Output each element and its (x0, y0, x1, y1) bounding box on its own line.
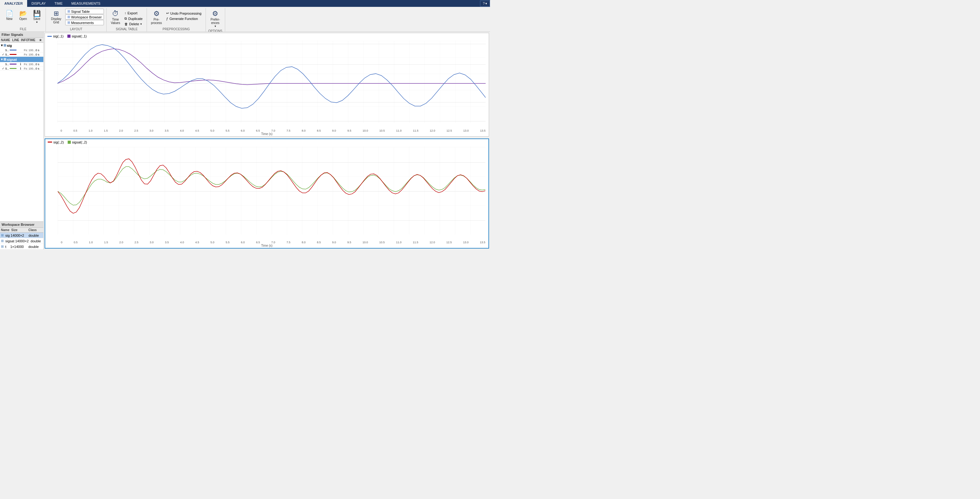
x2-tick-13: 13.0 (463, 241, 469, 244)
ws-class-header: Class (29, 228, 43, 232)
export-icon: ↑ (124, 11, 126, 15)
sigsat1-color (9, 64, 18, 65)
chart1-sig-color (48, 36, 52, 37)
chart2-legend: sig(:,2) sigsat(:,2) (45, 139, 488, 145)
save-button[interactable]: 💾 Save ▾ (30, 9, 43, 25)
measurements-icon: ⊞ (67, 21, 70, 25)
sigsat2-row[interactable]: ✓ sigsat(:,2) ℹ Fs: 100... 0 s (0, 67, 43, 71)
x2-tick-75: 7.5 (286, 241, 291, 244)
sig2-name: sig(:,2) (5, 53, 9, 56)
sig1-time: 0 s (35, 49, 43, 52)
filter-signals-header: Filter Signals (0, 32, 43, 38)
open-button[interactable]: 📂 Open (17, 9, 29, 22)
sigsat-group-label: sigsat (7, 58, 17, 62)
x2-tick-4: 4.0 (180, 241, 184, 244)
x-tick-11: 11.0 (396, 129, 402, 132)
signal-table-button[interactable]: ⊞ Signal Table (65, 9, 104, 14)
sigsat2-info[interactable]: ℹ (18, 67, 24, 70)
x2-tick-7: 7.0 (271, 241, 275, 244)
sigsat-group-row[interactable]: ▾ ⊞ sigsat (0, 57, 43, 62)
sig2-row[interactable]: ✓ sig(:,2) Fs: 100... 0 s (0, 52, 43, 57)
x2-tick-2: 2.0 (119, 241, 123, 244)
duplicate-label: Duplicate (128, 17, 143, 21)
sigsat2-fs: Fs: 100... (24, 67, 35, 70)
x2-tick-135: 13.5 (480, 241, 485, 244)
col-name-header: NAME (0, 38, 11, 43)
x2-tick-95: 9.5 (347, 241, 351, 244)
signal-table-group-label: SIGNAL TABLE (116, 27, 138, 31)
save-dropdown: ▾ (36, 21, 38, 24)
chart1-container[interactable]: sig(:,1) sigsat(:,1) (45, 33, 489, 137)
generate-function-icon: ƒ (166, 17, 168, 21)
generate-function-label: Generate Function (169, 17, 198, 21)
sig-group-row[interactable]: ▾ ⊞ sig (0, 43, 43, 48)
x-tick-55: 5.5 (226, 129, 229, 132)
display-grid-button[interactable]: ⊞ DisplayGrid (48, 9, 64, 25)
ws-sig-row[interactable]: ⊞ sig 14000×2 double (0, 233, 43, 238)
left-panel: Filter Signals NAME LINE INFO TIME ★ ▾ ⊞… (0, 32, 44, 249)
tab-display[interactable]: DISPLAY (27, 0, 50, 7)
ribbon-group-preprocessing: ⚙ Pre-process ↩ Undo Preprocessing ƒ Gen… (147, 8, 206, 32)
signal-table-actions: ↑ Export ⧉ Duplicate 🗑 Delete ▾ (123, 11, 144, 27)
sig2-fs: Fs: 100... (24, 53, 35, 56)
preprocess-button[interactable]: ⚙ Pre-process (150, 9, 164, 25)
tab-time[interactable]: TIME (50, 0, 67, 7)
x2-tick-9: 9.0 (332, 241, 336, 244)
x2-tick-5: 5.0 (210, 241, 215, 244)
ws-t-row[interactable]: ⊞ t 1×14000 double (0, 244, 43, 249)
sig1-color (9, 49, 18, 51)
chart2-container[interactable]: sig(:,2) sigsat(:,2) 0 (45, 138, 489, 249)
sigsat2-color-line (10, 68, 16, 69)
ws-sigsat-row[interactable]: ⊞ sigsat 14000×2 double (0, 238, 43, 244)
ws-name-header: Name (1, 228, 11, 232)
chart1-legend-sigsat: sigsat(:,1) (67, 34, 87, 38)
measurements-button[interactable]: ⊞ Measurements (65, 20, 104, 25)
sigsat1-color-line (10, 64, 16, 65)
chart2-svg-wrapper[interactable]: 0.5 0 -0.5 (45, 145, 488, 241)
chart1-sig-label: sig(:,1) (53, 34, 64, 38)
new-button[interactable]: 📄 New (3, 9, 16, 22)
x2-tick-12: 12.0 (430, 241, 435, 244)
x-tick-3: 3.0 (150, 129, 153, 132)
generate-function-button[interactable]: ƒ Generate Function (165, 16, 203, 21)
chart1-legend: sig(:,1) sigsat(:,1) (45, 33, 489, 39)
chart1-svg-wrapper[interactable]: 1.0 0.5 0 -0.5 -1.0 (45, 39, 489, 129)
chart2-sig-label: sig(:,2) (53, 140, 64, 144)
sigsat1-row[interactable]: sigsat(:,1) ℹ Fs: 100... 0 s (0, 62, 43, 67)
x-tick-115: 11.5 (413, 129, 418, 132)
col-star-header: ★ (37, 38, 43, 43)
tab-measurements[interactable]: MEASUREMENTS (67, 0, 105, 7)
preferences-button[interactable]: ⚙ Prefer-ences ▾ (209, 9, 222, 29)
sig2-checkbox[interactable]: ✓ (1, 53, 5, 56)
chart2-sig-color (48, 141, 52, 143)
workspace-browser-button[interactable]: ⊞ Workspace Browser (65, 14, 104, 20)
sig1-row[interactable]: sig(:,1) Fs: 100... 0 s (0, 48, 43, 52)
open-label: Open (19, 17, 27, 21)
workspace-table: Name Size Class ⊞ sig 14000×2 double ⊞ s… (0, 228, 43, 249)
sig1-color-line (10, 49, 16, 51)
export-button[interactable]: ↑ Export (123, 11, 144, 16)
preprocessing-actions: ↩ Undo Preprocessing ƒ Generate Function (165, 11, 203, 21)
col-line-header: LINE (11, 38, 20, 43)
ws-sigsat-icon: ⊞ (1, 239, 4, 243)
sigsat2-time: 0 s (35, 67, 43, 70)
new-label: New (6, 17, 13, 21)
x-tick-12: 12.0 (430, 129, 436, 132)
time-values-label: TimeValues (111, 18, 120, 25)
sigsat1-info[interactable]: ℹ (18, 62, 24, 66)
duplicate-button[interactable]: ⧉ Duplicate (123, 16, 144, 21)
help-button[interactable]: ? ▾ (480, 1, 490, 6)
sigsat2-name: sigsat(:,2) (5, 67, 9, 70)
time-values-button[interactable]: ⏱ TimeValues (109, 9, 122, 25)
x-tick-45: 4.5 (195, 129, 199, 132)
tab-analyzer[interactable]: ANALYZER (0, 0, 27, 7)
undo-preprocessing-button[interactable]: ↩ Undo Preprocessing (165, 11, 203, 16)
chart-area: sig(:,1) sigsat(:,1) (44, 32, 490, 249)
x-tick-2: 2.0 (119, 129, 123, 132)
save-icon: 💾 (33, 10, 41, 17)
ribbon-group-signal-table: ⏱ TimeValues ↑ Export ⧉ Duplicate 🗑 Dele… (107, 8, 147, 32)
preferences-dropdown: ▾ (215, 25, 216, 28)
sigsat2-checkbox[interactable]: ✓ (1, 67, 5, 70)
x-tick-35: 3.5 (165, 129, 169, 132)
delete-button[interactable]: 🗑 Delete ▾ (123, 22, 144, 27)
